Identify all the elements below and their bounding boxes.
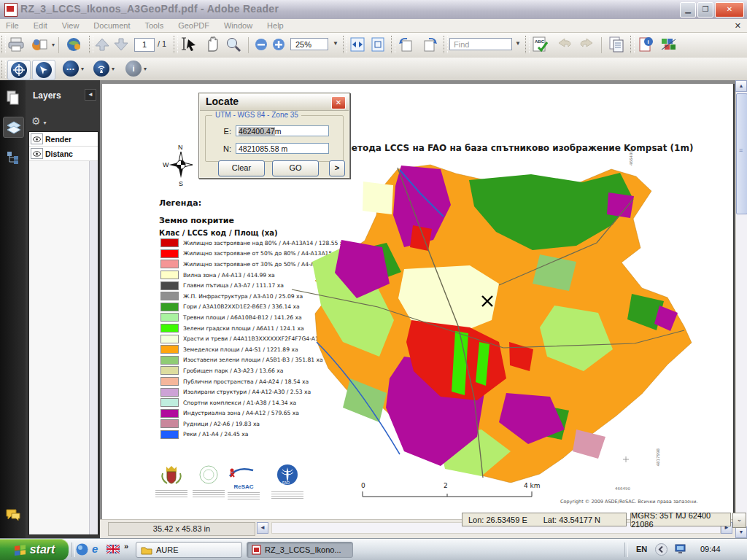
- geo-measure-button[interactable]: ••• ▾: [63, 61, 84, 77]
- vertical-scroll-thumb[interactable]: [736, 93, 747, 214]
- title-bar: RZ_3_LCCS_Ikonos_A3GeoPdf.pdf - Adobe Re…: [0, 0, 747, 20]
- gps-dropdown-arrow[interactable]: ▾: [112, 66, 115, 72]
- menu-window[interactable]: Window: [224, 21, 252, 30]
- measure-dropdown-arrow[interactable]: ▾: [81, 66, 84, 72]
- start-button[interactable]: start: [0, 539, 69, 560]
- rotate-ccw-icon: [397, 36, 416, 52]
- northing-input[interactable]: 4821085.58 m: [236, 143, 329, 154]
- rotate-cw-button[interactable]: [420, 36, 439, 52]
- fit-page-button[interactable]: [369, 36, 387, 52]
- go-button[interactable]: GO: [272, 160, 319, 176]
- hide-tray-icons-button[interactable]: [655, 543, 667, 556]
- menu-help[interactable]: Help: [267, 21, 284, 30]
- layers-panel-button[interactable]: [3, 117, 24, 138]
- legend-swatch: [160, 292, 179, 300]
- spellcheck-button[interactable]: ABC: [531, 36, 550, 53]
- print-button[interactable]: [7, 36, 25, 52]
- hscroll-left-button[interactable]: ◄: [257, 522, 268, 534]
- zoom-dropdown-arrow[interactable]: ▼: [333, 40, 338, 47]
- uk-flag-icon[interactable]: [107, 545, 120, 553]
- properties-button[interactable]: i: [636, 36, 655, 53]
- task-adobe-label: RZ_3_LCCS_Ikono...: [265, 545, 341, 554]
- easting-input[interactable]: 462400.47 m: [236, 125, 329, 136]
- history-forward-button[interactable]: [578, 37, 595, 52]
- clear-button[interactable]: Clear: [218, 160, 265, 176]
- restore-button[interactable]: ❐: [697, 2, 713, 18]
- globe-icon: [66, 36, 85, 53]
- locate-dialog[interactable]: Locate ✕ UTM - WGS 84 - Zone 35 E: 46240…: [198, 93, 350, 179]
- menu-file[interactable]: File: [6, 21, 19, 30]
- share-dropdown-arrow[interactable]: ▾: [52, 42, 55, 48]
- task-button-adobe[interactable]: RZ_3_LCCS_Ikono...: [247, 542, 353, 558]
- zoom-in-icon: [271, 37, 286, 52]
- menu-edit[interactable]: Edit: [34, 21, 47, 30]
- quicklaunch-app-icon[interactable]: [76, 543, 88, 556]
- share-button[interactable]: ▾: [31, 36, 55, 52]
- layers-list: ▲ RenderDistanc: [28, 131, 98, 535]
- scalebar-0: 0: [361, 482, 365, 489]
- geo-gps-button[interactable]: ▾: [93, 61, 115, 77]
- scroll-up-button[interactable]: ▲: [735, 80, 747, 92]
- zoom-out-button[interactable]: [254, 37, 268, 52]
- find-dropdown-arrow[interactable]: ▼: [515, 40, 521, 47]
- eye-icon[interactable]: [31, 133, 43, 144]
- comments-panel-button[interactable]: [3, 505, 23, 524]
- menu-geopdf[interactable]: GeoPDF: [178, 21, 209, 30]
- layers-scrollbar[interactable]: ▲: [89, 132, 98, 534]
- minimize-button[interactable]: ▁: [680, 2, 696, 18]
- legend-label: Вилна зона / A4-A13 / 414.99 ха: [183, 272, 275, 279]
- geo-registration-button[interactable]: [659, 36, 678, 53]
- task-button-aure[interactable]: AURE: [136, 542, 242, 558]
- copy-button[interactable]: [607, 36, 626, 53]
- geo-info-button[interactable]: i ▾: [125, 61, 147, 77]
- document-close-icon[interactable]: ✕: [735, 21, 741, 31]
- legend-label: Гробищен парк / A3-A23 / 13.66 ха: [183, 368, 283, 374]
- locate-close-button[interactable]: ✕: [331, 96, 346, 109]
- geo-arrow-icon: [36, 62, 52, 78]
- geo-status-options-button[interactable]: ⌄: [732, 513, 746, 528]
- close-button[interactable]: ✕: [715, 2, 744, 18]
- internet-explorer-icon[interactable]: e: [92, 542, 98, 555]
- legend-swatch: [160, 345, 179, 354]
- zoom-in-button[interactable]: [271, 37, 286, 52]
- menu-view[interactable]: View: [62, 21, 80, 30]
- legend-heading: Клас / LCCS код / Площ (ха): [159, 229, 278, 237]
- next-page-button[interactable]: [112, 36, 130, 52]
- language-indicator[interactable]: EN: [636, 545, 647, 553]
- fit-width-button[interactable]: [349, 36, 366, 52]
- previous-page-button[interactable]: [93, 36, 111, 52]
- clock: 09:44: [700, 545, 721, 553]
- locate-dialog-titlebar[interactable]: Locate ✕: [200, 94, 349, 111]
- geopdf-globe-button[interactable]: [66, 36, 85, 53]
- pdf-page[interactable]: метода LCCS на FAO на база спътниково из…: [102, 84, 735, 519]
- display-tray-icon[interactable]: [675, 544, 686, 554]
- menu-tools[interactable]: Tools: [145, 21, 164, 30]
- geo-info-dropdown-arrow[interactable]: ▾: [144, 66, 147, 72]
- quicklaunch-overflow-chevron[interactable]: »: [124, 542, 128, 551]
- select-tool-button[interactable]: [179, 36, 198, 52]
- geo-track-tool-button[interactable]: [32, 60, 55, 80]
- marquee-zoom-button[interactable]: [225, 36, 242, 53]
- graticule-label-top-right: 466490: [629, 150, 633, 166]
- zoom-level-select[interactable]: 25%: [290, 38, 328, 50]
- history-back-button[interactable]: [556, 37, 573, 52]
- menu-document[interactable]: Document: [93, 21, 130, 30]
- scroll-down-button[interactable]: ▼: [735, 526, 747, 538]
- find-input[interactable]: Find: [449, 38, 512, 50]
- model-tree-panel-button[interactable]: [3, 147, 23, 167]
- graticule-label-right: 4817998: [656, 448, 660, 467]
- rotate-ccw-button[interactable]: [397, 36, 416, 52]
- layer-row[interactable]: Distanc: [29, 147, 98, 161]
- options-gear-icon[interactable]: ⚙ ▾: [31, 115, 46, 127]
- geo-locate-tool-button[interactable]: [7, 60, 31, 80]
- eye-icon[interactable]: [31, 148, 43, 159]
- pages-panel-button[interactable]: [3, 88, 23, 107]
- hand-tool-button[interactable]: [203, 36, 220, 53]
- resac-label: ReSAC: [225, 483, 263, 490]
- page-number-input[interactable]: 1: [134, 38, 155, 52]
- layer-row[interactable]: Render: [29, 132, 98, 147]
- panel-collapse-button[interactable]: ◄: [85, 89, 96, 101]
- layer-label: Render: [45, 135, 71, 144]
- more-options-button[interactable]: >: [329, 160, 345, 176]
- task-aure-label: AURE: [156, 545, 179, 554]
